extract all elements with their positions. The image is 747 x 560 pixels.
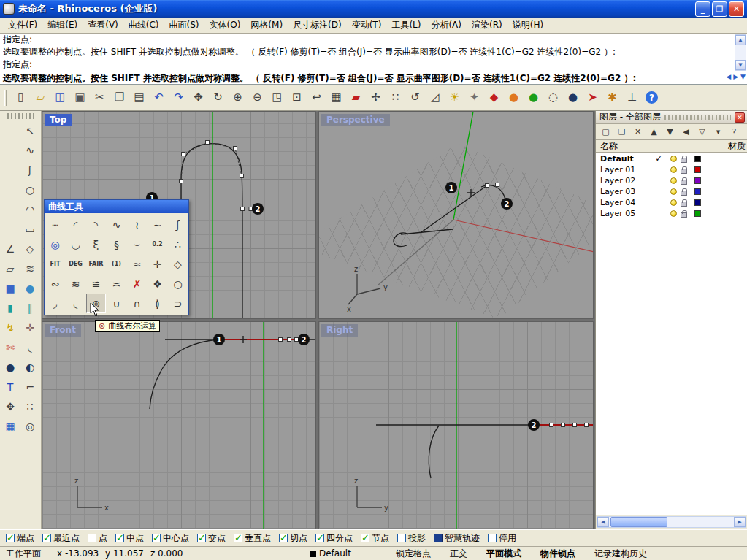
layer-visibility-icon[interactable] [670, 188, 677, 195]
curve-wave-icon[interactable]: ≀ [127, 215, 147, 234]
top-viewport-title[interactable]: Top [45, 114, 72, 126]
rebuild-curve-icon[interactable]: ≈ [127, 254, 147, 274]
insert-knot-icon[interactable]: ∾ [45, 274, 65, 294]
layer-row[interactable]: Layer 04 ✓ [596, 197, 747, 208]
zoom-out-icon[interactable]: ⊖ [248, 88, 267, 107]
between-curve-icon[interactable]: ≬ [148, 294, 167, 313]
viewport-layout-icon[interactable]: ▦ [327, 88, 345, 107]
filter-icon[interactable]: ▽ [695, 126, 709, 139]
help-icon[interactable]: ? [643, 88, 661, 107]
curve-sketch-icon[interactable]: ◜ [66, 215, 85, 234]
osnap-checkbox[interactable] [42, 534, 51, 542]
maximize-button[interactable]: ❐ [712, 1, 727, 17]
osnap-center[interactable]: 中心点 [152, 532, 189, 545]
new-file-icon[interactable]: ▯ [12, 88, 30, 107]
layout-tool-icon[interactable]: ▦ [1, 416, 20, 436]
menu-item[interactable]: 查看(V) [83, 17, 123, 34]
new-layer-icon[interactable]: ▢ [599, 126, 613, 139]
right-viewport-canvas[interactable]: zy [319, 322, 594, 529]
osnap-disable[interactable]: 停用 [488, 532, 516, 545]
layer-row[interactable]: Layer 02 ✓ [596, 175, 747, 186]
text-tool-icon[interactable]: T [1, 377, 20, 396]
car-display-icon[interactable]: ▰ [347, 88, 365, 107]
menu-item[interactable]: 变动(T) [347, 17, 387, 34]
toolbar-grip[interactable] [4, 90, 7, 106]
fair-curve-icon[interactable]: FAIR [86, 254, 106, 274]
osnap-knot[interactable]: 节点 [361, 532, 389, 545]
insert-kink-icon[interactable]: ≋ [66, 274, 85, 294]
layer-visibility-icon[interactable] [670, 210, 677, 217]
box-tool-icon[interactable]: ■ [1, 278, 20, 298]
zoom-previous-icon[interactable]: ↩ [307, 88, 326, 107]
circle-fit-icon[interactable]: ◎ [45, 234, 65, 254]
open-file-icon[interactable]: ▱ [31, 88, 50, 107]
scrollbar-thumb[interactable] [610, 517, 667, 527]
layer-lock-icon[interactable] [681, 191, 687, 196]
layer-color-swatch[interactable] [694, 199, 701, 206]
points-tool-icon[interactable]: ✛ [20, 318, 39, 337]
history-pane[interactable]: 记录建构历史 [594, 548, 647, 560]
print-icon[interactable]: ▣ [71, 88, 89, 107]
gears-icon[interactable]: ✱ [603, 88, 621, 107]
circle-one-icon[interactable]: (1) [107, 254, 126, 274]
extrude-tool-icon[interactable]: ∥ [20, 298, 39, 318]
spacer[interactable] [1, 219, 20, 239]
layer-lock-icon[interactable] [681, 169, 687, 174]
osnap-checkbox[interactable] [315, 534, 324, 542]
zoom-extents-icon[interactable]: ⊡ [288, 88, 306, 107]
grid-snap-pane[interactable]: 锁定格点 [396, 548, 431, 560]
spacer[interactable] [1, 180, 20, 199]
layer-visibility-icon[interactable] [670, 166, 677, 173]
match-curve-icon[interactable]: ∴ [168, 234, 188, 254]
sketch-curve-icon[interactable]: ʃ [20, 160, 39, 180]
current-layer-pane[interactable]: Default [310, 548, 377, 559]
color-wheel-icon[interactable]: ● [505, 88, 523, 107]
layer-color-swatch[interactable] [694, 156, 701, 162]
osnap-checkbox[interactable] [397, 534, 406, 542]
fillet-tool-icon[interactable]: ◟ [20, 337, 39, 357]
help-icon[interactable]: ? [727, 126, 741, 139]
cylinder-tool-icon[interactable]: ▮ [1, 298, 20, 318]
cross-section-icon[interactable]: ✛ [148, 254, 167, 274]
perspective-viewport[interactable]: Perspective zyx 1 2 [318, 111, 594, 319]
palette-title[interactable]: 曲线工具 [45, 200, 188, 213]
menu-item[interactable]: 工具(L) [386, 17, 426, 34]
layer-color-swatch[interactable] [694, 177, 701, 184]
front-viewport[interactable]: Front zx 1 2 [42, 321, 316, 529]
prompt-dropdown-icon[interactable]: ▼ [740, 73, 746, 80]
osnap-point[interactable]: 点 [88, 532, 107, 545]
menu-item[interactable]: 曲线(C) [123, 17, 164, 34]
lock-icon[interactable]: ✦ [465, 88, 483, 107]
prompt-right-icon[interactable]: ▶ [733, 73, 738, 80]
osnap-checkbox[interactable] [115, 534, 124, 542]
union-curve-icon[interactable]: ∪ [107, 294, 126, 313]
command-area[interactable]: 指定点: 选取要调整的控制点。按住 SHIFT 并选取控制点做对称调整。 （ 反… [0, 34, 747, 85]
layer-visibility-icon[interactable] [670, 177, 677, 184]
new-sublayer-icon[interactable]: ❏ [615, 126, 629, 139]
menu-item[interactable]: 曲面(S) [164, 17, 204, 34]
osnap-pane[interactable]: 物件锁点 [540, 548, 575, 560]
spring-icon[interactable]: ξ [86, 234, 106, 254]
circle-tool-icon[interactable]: ○ [20, 180, 39, 199]
intersect-curve-icon[interactable]: ∩ [127, 294, 147, 313]
menu-item[interactable]: 渲染(R) [467, 17, 507, 34]
layer-row[interactable]: Layer 05 ✓ [596, 208, 747, 219]
shorten-curve-icon[interactable]: ◟ [66, 294, 85, 313]
boolean-tool-icon[interactable]: ● [1, 357, 20, 377]
layer-color-swatch[interactable] [694, 210, 701, 217]
remove-knot-icon[interactable]: ≌ [86, 274, 106, 294]
points-on-icon[interactable]: ≍ [107, 274, 126, 294]
split-tool-icon[interactable]: ◐ [20, 357, 39, 377]
move-down-icon[interactable]: ▼ [663, 126, 677, 139]
scroll-right-icon[interactable]: ▶ [734, 517, 746, 527]
scroll-down-icon[interactable]: ▼ [735, 60, 746, 70]
menu-item[interactable]: 尺寸标注(D) [288, 17, 347, 34]
layers-panel-grip[interactable] [664, 115, 731, 120]
planar-pane[interactable]: 平面模式 [486, 548, 521, 560]
handle-curve-icon[interactable]: ƒ [168, 215, 188, 234]
layer-lock-icon[interactable] [681, 180, 687, 185]
layer-row[interactable]: Default ✓ [596, 153, 747, 164]
front-viewport-canvas[interactable]: zx [42, 322, 316, 529]
move-icon[interactable]: ✢ [367, 88, 385, 107]
layer-lock-icon[interactable] [681, 158, 687, 163]
